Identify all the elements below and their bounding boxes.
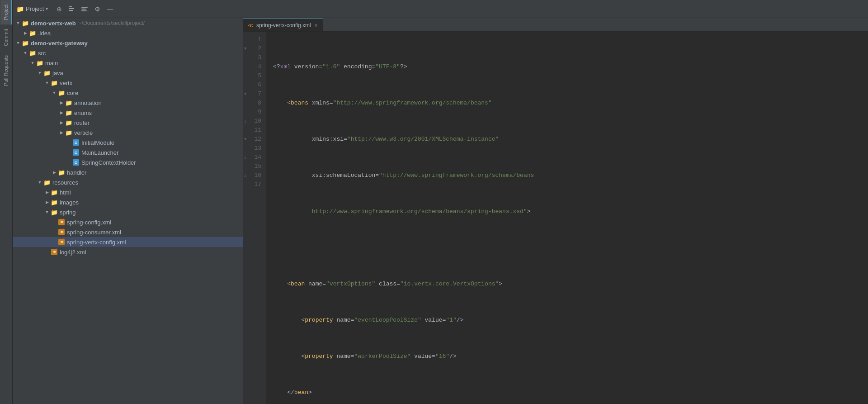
root-arrow[interactable]: ▼	[14, 19, 22, 27]
line-13: 13	[243, 144, 266, 153]
annotation-arrow[interactable]: ▶	[58, 99, 65, 106]
tree-item-verticle[interactable]: ▶ 📁 verticle	[13, 128, 243, 138]
main-launcher-label: MainLauncher	[81, 149, 118, 156]
tree-item-gateway[interactable]: ▼ 📁 demo-vertx-gateway	[13, 38, 243, 48]
annotation-label: annotation	[74, 100, 102, 106]
router-folder-icon: 📁	[65, 119, 72, 126]
tree-item-log4j2[interactable]: ≪ log4j2.xml	[13, 247, 243, 257]
editor-content[interactable]: 1 ▼ 2 3 4 5 6 ▼ 7 8 9 △	[243, 32, 868, 404]
idea-arrow[interactable]: ▶	[22, 29, 29, 37]
verticle-arrow[interactable]: ▶	[58, 129, 65, 136]
main-layout: 📁 Project ▾ ⊕ ⚙ —	[13, 0, 868, 404]
src-label: src	[38, 50, 46, 57]
spring-consumer-label: spring-consumer.xml	[67, 229, 121, 236]
src-arrow[interactable]: ▼	[22, 49, 29, 57]
line-5: 5	[243, 71, 266, 81]
line-3: 3	[243, 53, 266, 62]
project-toolbar: 📁 Project ▾ ⊕ ⚙ —	[13, 0, 868, 18]
spring-folder-icon: 📁	[51, 209, 58, 216]
line-4: 4	[243, 62, 266, 71]
vertx-arrow[interactable]: ▼	[43, 79, 51, 86]
handler-arrow[interactable]: ▶	[51, 169, 58, 176]
main-launcher-class-icon: C	[72, 149, 80, 156]
tree-item-spring-consumer[interactable]: ≪ spring-consumer.xml	[13, 227, 243, 237]
line-17: 17	[243, 180, 266, 189]
tab-pull-requests[interactable]: Pull Requests	[0, 51, 12, 90]
spring-vertx-config-arrow	[51, 238, 58, 246]
tree-item-core[interactable]: ▼ 📁 core	[13, 88, 243, 98]
tree-item-idea[interactable]: ▶ 📁 .idea	[13, 28, 243, 38]
main-arrow[interactable]: ▼	[29, 59, 36, 67]
tree-item-router[interactable]: ▶ 📁 router	[13, 118, 243, 128]
main-launcher-arrow	[65, 149, 72, 156]
images-arrow[interactable]: ▶	[43, 199, 51, 206]
editor-tab-spring-vertx-config[interactable]: ≪ spring-vertx-config.xml ×	[243, 19, 323, 31]
line-2: ▼ 2	[243, 44, 266, 53]
tab-commit[interactable]: Commit	[0, 24, 12, 51]
tree-item-resources[interactable]: ▼ 📁 resources	[13, 177, 243, 187]
locate-button[interactable]: ⊕	[54, 4, 64, 14]
tree-item-main-launcher[interactable]: C MainLauncher	[13, 147, 243, 157]
settings-button[interactable]: ⚙	[92, 4, 102, 14]
tree-item-vertx[interactable]: ▼ 📁 vertx	[13, 78, 243, 88]
toolbar-dropdown-arrow[interactable]: ▾	[46, 6, 48, 11]
code-line-10: </bean>	[273, 388, 868, 397]
gateway-arrow[interactable]: ▼	[14, 39, 22, 47]
resources-folder-icon: 📁	[43, 179, 51, 186]
fold-arrow-12[interactable]: ▼	[244, 135, 246, 144]
line-1: 1	[243, 35, 266, 44]
tree-item-html[interactable]: ▶ 📁 html	[13, 187, 243, 197]
enums-arrow[interactable]: ▶	[58, 109, 65, 116]
html-arrow[interactable]: ▶	[43, 189, 51, 196]
tree-item-spring-config[interactable]: ≪ spring-config.xml	[13, 217, 243, 227]
code-line-1: <?xml version="1.0" encoding="UTF-8"?>	[273, 62, 868, 71]
expand-all-button[interactable]	[80, 4, 90, 14]
content-area: ▼ 📁 demo-vertx-web ~/Documents/seckillpr…	[13, 18, 868, 404]
svg-rect-2	[69, 10, 73, 11]
tree-item-enums[interactable]: ▶ 📁 enums	[13, 108, 243, 118]
tree-item-src[interactable]: ▼ 📁 src	[13, 48, 243, 58]
root-label: demo-vertx-web	[31, 20, 76, 27]
fold-arrow-16[interactable]: △	[244, 171, 246, 180]
initial-module-class-icon: C	[72, 139, 80, 146]
resources-arrow[interactable]: ▼	[36, 179, 43, 186]
vertx-label: vertx	[60, 80, 72, 86]
tab-filename: spring-vertx-config.xml	[256, 22, 311, 29]
java-folder-icon: 📁	[43, 69, 51, 76]
spring-consumer-arrow	[51, 228, 58, 236]
tab-project[interactable]: Project	[0, 0, 12, 24]
tree-item-java[interactable]: ▼ 📁 java	[13, 68, 243, 78]
line-8: 8	[243, 99, 266, 108]
tree-item-spring[interactable]: ▼ 📁 spring	[13, 207, 243, 217]
fold-arrow-2[interactable]: ▼	[244, 44, 246, 53]
tree-item-annotation[interactable]: ▶ 📁 annotation	[13, 98, 243, 108]
spring-arrow[interactable]: ▼	[43, 209, 51, 216]
tree-item-initial-module[interactable]: C InitialModule	[13, 138, 243, 147]
fold-arrow-10[interactable]: △	[244, 117, 246, 126]
tree-item-images[interactable]: ▶ 📁 images	[13, 197, 243, 207]
core-label: core	[67, 90, 78, 96]
fold-arrow-14[interactable]: △	[244, 153, 246, 162]
tab-xml-icon: ≪	[248, 22, 254, 29]
svg-rect-3	[81, 7, 88, 8]
tree-item-main[interactable]: ▼ 📁 main	[13, 58, 243, 68]
log4j2-arrow	[43, 248, 51, 256]
router-arrow[interactable]: ▶	[58, 119, 65, 126]
root-folder-icon: 📁	[22, 19, 29, 27]
hide-button[interactable]: —	[105, 4, 115, 14]
spring-context-holder-class-icon: C	[72, 159, 80, 166]
tab-close-button[interactable]: ×	[314, 22, 318, 29]
spring-vertx-config-label: spring-vertx-config.xml	[67, 239, 126, 246]
tree-item-spring-vertx-config[interactable]: ≪ spring-vertx-config.xml	[13, 237, 243, 247]
tree-root[interactable]: ▼ 📁 demo-vertx-web ~/Documents/seckillpr…	[13, 18, 243, 28]
tree-item-spring-context-holder[interactable]: C SpringContextHolder	[13, 157, 243, 167]
java-arrow[interactable]: ▼	[36, 69, 43, 76]
fold-arrow-7[interactable]: ▼	[244, 90, 246, 99]
core-arrow[interactable]: ▼	[51, 89, 58, 96]
line-9: 9	[243, 108, 266, 117]
html-label: html	[60, 189, 71, 196]
code-editor[interactable]: <?xml version="1.0" encoding="UTF-8"?> <…	[266, 32, 868, 404]
collapse-all-button[interactable]	[67, 4, 77, 14]
log4j2-xml-icon: ≪	[51, 248, 58, 256]
tree-item-handler[interactable]: ▶ 📁 handler	[13, 167, 243, 177]
